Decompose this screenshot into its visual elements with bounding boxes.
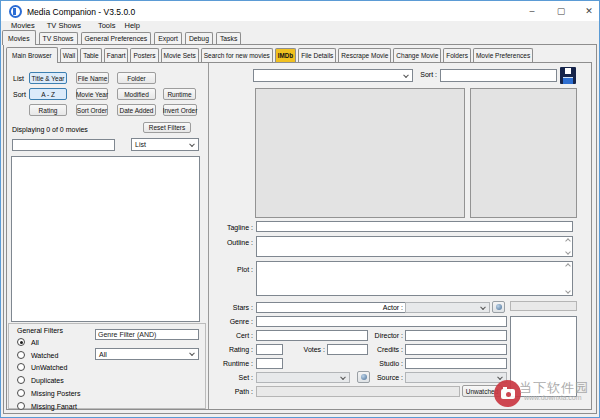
- scroll-up-icon: [565, 263, 571, 269]
- actor-scrape-button[interactable]: [492, 301, 505, 313]
- save-icon[interactable]: [560, 67, 576, 84]
- filter-all-radio[interactable]: [17, 338, 25, 346]
- movie-search-input[interactable]: [12, 139, 115, 151]
- maximize-button[interactable]: ▢: [547, 1, 575, 21]
- menu-tools[interactable]: Tools: [98, 21, 116, 30]
- studio-label: Studio :: [355, 360, 403, 367]
- sort-value-input[interactable]: [440, 69, 557, 82]
- scroll-up-icon: [565, 238, 571, 244]
- poster-preview: [470, 88, 577, 218]
- reset-filters-button[interactable]: Reset Filters: [143, 122, 191, 133]
- filter-watched-label: Watched: [31, 352, 58, 359]
- tab-file-details[interactable]: File Details: [298, 48, 336, 62]
- tab-general-preferences[interactable]: General Preferences: [81, 32, 152, 44]
- path-label: Path :: [205, 388, 253, 395]
- tab-imdb[interactable]: IMDb: [275, 48, 296, 62]
- filter-watched-radio[interactable]: [17, 351, 25, 359]
- stars-label: Stars :: [205, 304, 253, 311]
- genre-input[interactable]: [256, 316, 507, 327]
- tab-fanart[interactable]: Fanart: [104, 48, 129, 62]
- menu-tv-shows[interactable]: TV Shows: [47, 21, 81, 30]
- path-box: [256, 386, 460, 397]
- movies-sub-tab-strip: Main Browser Wall Table Fanart Posters M…: [6, 47, 535, 63]
- panel-splitter[interactable]: [208, 63, 209, 409]
- filter-missing-posters-radio[interactable]: [17, 389, 25, 397]
- window-title: Media Companion - V3.5.0.0: [27, 7, 135, 17]
- invert-order-button[interactable]: Invert Order: [163, 104, 197, 116]
- source-dropdown[interactable]: [405, 372, 507, 383]
- sort-runtime-button[interactable]: Runtime: [163, 88, 196, 100]
- app-icon: [9, 5, 22, 18]
- director-input[interactable]: [405, 330, 507, 341]
- list-label: List: [13, 75, 24, 82]
- movie-list[interactable]: [11, 156, 200, 322]
- source-label: Source :: [355, 374, 403, 381]
- sort-order-button[interactable]: Sort Order: [76, 104, 108, 116]
- fanart-preview: [255, 88, 465, 218]
- watermark-site-url: www.downxia.com: [524, 394, 582, 401]
- credits-input[interactable]: [405, 344, 507, 355]
- tab-change-movie[interactable]: Change Movie: [393, 48, 441, 62]
- cert-label: Cert :: [205, 332, 253, 339]
- filter-unwatched-label: UnWatched: [31, 364, 67, 371]
- tab-movie-sets[interactable]: Movie Sets: [161, 48, 199, 62]
- genre-filter-dropdown[interactable]: All: [95, 348, 199, 360]
- menu-movies[interactable]: Movies: [11, 21, 35, 30]
- runtime-input[interactable]: [256, 358, 283, 369]
- title-bar: Media Companion - V3.5.0.0 – ▢ ✕: [1, 1, 599, 21]
- genre-filter-box: Genre Filter (AND): [95, 329, 199, 340]
- actor-dropdown[interactable]: [405, 302, 490, 313]
- tab-tv-shows[interactable]: TV Shows: [39, 32, 78, 44]
- tab-folders[interactable]: Folders: [443, 48, 471, 62]
- movie-title-dropdown[interactable]: [253, 69, 413, 82]
- tab-table[interactable]: Table: [80, 48, 102, 62]
- actor-label: Actor :: [355, 304, 403, 311]
- list-folder-button[interactable]: Folder: [117, 72, 156, 84]
- chevron-down-icon: [480, 304, 486, 310]
- filter-unwatched-radio[interactable]: [17, 363, 25, 371]
- tab-tasks[interactable]: Tasks: [216, 32, 241, 44]
- cert-input[interactable]: [256, 330, 368, 341]
- tab-movie-preferences[interactable]: Movie Preferences: [473, 48, 533, 62]
- scroll-down-icon: [565, 249, 571, 255]
- tab-export[interactable]: Export: [154, 32, 182, 44]
- tab-rescrape-movie[interactable]: Rescrape Movie: [338, 48, 391, 62]
- filter-duplicates-radio[interactable]: [17, 376, 25, 384]
- sort-movie-year-button[interactable]: Movie Year: [76, 88, 108, 100]
- tab-movies[interactable]: Movies: [2, 30, 36, 45]
- filter-missing-posters-label: Missing Posters: [31, 390, 80, 397]
- list-mode-dropdown[interactable]: List: [131, 138, 199, 151]
- sort-modified-button[interactable]: Modified: [117, 88, 156, 100]
- list-file-name-button[interactable]: File Name: [76, 72, 109, 84]
- tagline-label: Tagline :: [205, 224, 253, 231]
- watermark-logo: [494, 380, 521, 407]
- votes-label: Votes :: [287, 346, 325, 353]
- sort-az-button[interactable]: A - Z: [29, 88, 67, 100]
- tab-debug[interactable]: Debug: [185, 32, 213, 44]
- list-title-year-button[interactable]: Title & Year: [29, 72, 67, 84]
- studio-input[interactable]: [405, 358, 507, 369]
- tab-wall[interactable]: Wall: [60, 48, 78, 62]
- minimize-button[interactable]: –: [518, 1, 546, 21]
- rating-label: Rating :: [205, 346, 253, 353]
- scroll-down-icon: [565, 288, 571, 294]
- actor-role-box: [510, 301, 577, 311]
- tagline-input[interactable]: [256, 221, 573, 232]
- sort-rating-button[interactable]: Rating: [29, 104, 67, 116]
- chevron-down-icon: [189, 350, 195, 356]
- plot-textarea[interactable]: [256, 261, 573, 296]
- genre-label: Genre :: [205, 318, 253, 325]
- tab-posters[interactable]: Posters: [130, 48, 158, 62]
- tab-search-new-movies[interactable]: Search for new movies: [201, 48, 273, 62]
- set-dropdown[interactable]: [256, 372, 350, 383]
- tab-main-browser[interactable]: Main Browser: [6, 47, 58, 63]
- close-button[interactable]: ✕: [575, 1, 600, 21]
- date-added-button[interactable]: Date Added: [117, 104, 156, 116]
- rating-input[interactable]: [256, 344, 283, 355]
- menu-help[interactable]: Help: [124, 21, 139, 30]
- filter-missing-fanart-radio[interactable]: [17, 402, 25, 410]
- outline-textarea[interactable]: [256, 236, 573, 257]
- sort-label: Sort: [13, 91, 26, 98]
- sort-field-label: Sort :: [405, 71, 437, 78]
- main-tab-strip: Movies TV Shows General Preferences Expo…: [2, 30, 244, 45]
